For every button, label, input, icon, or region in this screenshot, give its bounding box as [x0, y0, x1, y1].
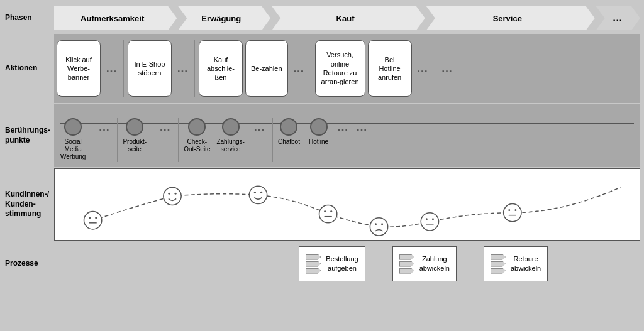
svg-point-3: [164, 187, 181, 205]
mini-arrow-5: [399, 261, 414, 267]
mini-arrow-3: [306, 268, 321, 274]
tp-chatbot: Chatbot: [278, 118, 300, 146]
beruehrungspunkte-row: Berührungs-punkte SocialMediaWerbung … P…: [4, 104, 640, 167]
tp-dots-1: …: [96, 118, 112, 136]
tp-dots-5: …: [353, 118, 370, 136]
divider-3: [311, 40, 311, 97]
svg-point-16: [426, 218, 428, 220]
aktionen-aufmerksamkeit: Klick auf Werbe-banner …: [57, 40, 119, 97]
svg-point-13: [375, 223, 377, 225]
svg-point-11: [330, 210, 332, 212]
beruehrungspunkte-content: SocialMediaWerbung … Produkt-seite … Che…: [54, 104, 640, 167]
kundenstimmung-label: Kundinnen-/Kunden-stimmung: [4, 168, 54, 241]
tp-label-hotline: Hotline: [309, 138, 328, 146]
tp-circle-social: [64, 118, 82, 136]
tp-circle-zahlung: [222, 118, 240, 136]
svg-point-0: [84, 212, 102, 229]
aktionen-kauf: Kauf abschlie-ßen Be-zahlen …: [199, 40, 307, 97]
dots-after-aufmerksamkeit: …: [103, 62, 119, 75]
action-card-kauf: Kauf abschlie-ßen: [199, 40, 243, 97]
tp-circle-checkout: [188, 118, 206, 136]
tp-label-zahlung: Zahlungs-service: [216, 138, 244, 153]
tp-hotline: Hotline: [309, 118, 328, 146]
tp-zahlung: Zahlungs-service: [216, 118, 244, 153]
svg-point-12: [370, 218, 387, 236]
tp-label-chatbot: Chatbot: [278, 138, 300, 146]
svg-point-8: [260, 192, 262, 193]
aktionen-content: Klick auf Werbe-banner … In E-Shop stöbe…: [54, 34, 640, 103]
prozess-zahlung: Zahlungabwickeln: [392, 246, 457, 281]
mini-arrow-2: [306, 261, 321, 267]
divider-2: [194, 40, 195, 97]
svg-point-20: [514, 209, 516, 211]
emotion-chart: [55, 169, 640, 240]
aktionen-service: Versuch, online Retoure zu arran-gieren …: [315, 40, 431, 97]
action-card-zahlen: Be-zahlen: [245, 40, 288, 97]
svg-point-19: [508, 209, 510, 211]
phases-label: Phasen: [4, 4, 54, 33]
svg-point-14: [381, 223, 383, 225]
tp-divider-2: [178, 118, 179, 162]
prozess-text-zahlung: Zahlungabwickeln: [419, 254, 450, 274]
prozess-bestellung: Bestellungaufgeben: [299, 246, 365, 281]
tp-dots-3: …: [251, 118, 267, 136]
tp-checkout: Check-Out-Seite: [184, 118, 210, 153]
prozess-arrows-bestellung: [306, 254, 321, 274]
aktionen-row: Aktionen Klick auf Werbe-banner … In E-S…: [4, 34, 640, 103]
mini-arrow-6: [399, 268, 414, 274]
prozess-arrows-zahlung: [399, 254, 414, 274]
divider-1: [123, 40, 124, 97]
dots-after-erwaegung: …: [174, 62, 191, 75]
mini-arrow-4: [399, 254, 414, 260]
prozess-text-retoure: Retoureabwickeln: [511, 254, 541, 274]
prozesse-content: Bestellungaufgeben Zahlungabwickeln: [54, 242, 640, 286]
customer-journey-map: Phasen Aufmerksamkeit Erwägung Kauf Serv…: [0, 0, 644, 331]
tp-circle-hotline: [310, 118, 328, 136]
prozess-arrows-retoure: [491, 254, 506, 274]
action-card-hotline: Bei Hotline anrufen: [368, 40, 412, 97]
divider-4: [435, 40, 435, 97]
action-card-retoure: Versuch, online Retoure zu arran-gieren: [315, 40, 365, 97]
svg-point-4: [168, 193, 170, 195]
tp-circle-chatbot: [280, 118, 297, 136]
dots-after-kauf: …: [291, 62, 307, 75]
dots-after-service: …: [414, 62, 431, 75]
mini-arrow-9: [491, 268, 506, 274]
svg-point-7: [254, 192, 256, 193]
tp-circle-produkt: [126, 118, 143, 136]
svg-point-5: [175, 193, 177, 195]
action-card-eshop: In E-Shop stöbern: [128, 40, 172, 97]
kundenstimmung-row: Kundinnen-/Kunden-stimmung: [4, 168, 640, 241]
phase-erwaegung: Erwägung: [178, 6, 270, 30]
svg-point-10: [324, 210, 326, 212]
tp-label-social: SocialMediaWerbung: [60, 138, 86, 161]
mini-arrow-7: [491, 254, 506, 260]
tp-divider-3: [272, 118, 273, 162]
tp-dots-4: …: [335, 118, 351, 136]
phase-service: Service: [426, 6, 595, 30]
phase-aufmerksamkeit: Aufmerksamkeit: [54, 6, 177, 30]
svg-point-6: [249, 186, 267, 203]
beruehrungspunkte-label: Berührungs-punkte: [4, 104, 54, 167]
svg-point-15: [421, 213, 438, 231]
tp-divider-1: [117, 118, 118, 162]
tp-label-produkt: Produkt-seite: [123, 138, 147, 153]
svg-point-17: [432, 218, 434, 220]
tp-produktseite: Produkt-seite: [123, 118, 147, 153]
prozess-text-bestellung: Bestellungaufgeben: [326, 254, 358, 274]
prozess-retoure: Retoureabwickeln: [484, 246, 548, 281]
action-card-werbebanner: Klick auf Werbe-banner: [57, 40, 101, 97]
svg-point-2: [95, 217, 97, 219]
phase-dots: …: [596, 6, 640, 30]
phases-container: Aufmerksamkeit Erwägung Kauf Service …: [54, 4, 640, 33]
tp-social-media: SocialMediaWerbung: [60, 118, 86, 161]
mini-arrow-8: [491, 261, 506, 267]
mini-arrow-1: [306, 254, 321, 260]
tp-dots-2: …: [157, 118, 173, 136]
kundenstimmung-content: [54, 168, 640, 241]
aktionen-label: Aktionen: [4, 34, 54, 103]
svg-point-1: [89, 217, 91, 219]
prozesse-row: Prozesse Bestellungaufgeben: [4, 242, 640, 286]
aktionen-final: …: [439, 62, 455, 75]
tp-label-checkout: Check-Out-Seite: [184, 138, 210, 153]
